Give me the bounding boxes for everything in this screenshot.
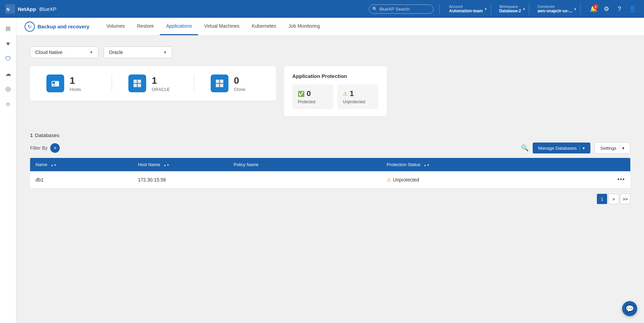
manage-databases-button[interactable]: Manage Databases ▾ <box>533 143 590 153</box>
manage-btn-divider <box>579 145 580 151</box>
svg-rect-9 <box>220 80 223 83</box>
col-hostname[interactable]: Host Name ▲▼ <box>132 158 228 171</box>
unprotected-warn-icon: ⚠ <box>343 91 348 97</box>
search-wrapper: 🔍 <box>369 4 434 14</box>
tab-kubernetes[interactable]: Kubernetes <box>246 18 282 35</box>
help-button[interactable]: ? <box>613 3 626 15</box>
col-name[interactable]: Name ▲▼ <box>30 158 132 171</box>
protection-items: ✅ 0 Protected ⚠ 1 Unprotected <box>292 84 378 109</box>
left-sidebar: ⊞ ♥ 🛡 ☁ ◎ ⌾ <box>0 18 16 323</box>
cloud-native-arrow-icon: ▼ <box>89 50 93 54</box>
hosts-label: Hosts <box>70 87 81 92</box>
sidebar-item-cloud[interactable]: ☁ <box>1 67 15 81</box>
unprotected-item: ⚠ 1 Unprotected <box>337 84 378 109</box>
unprotected-count: 1 <box>350 89 354 98</box>
col-policy: Policy Name <box>228 158 381 171</box>
oracle-stat: 1 ORACLE <box>112 75 194 92</box>
sidebar-item-protection[interactable]: 🛡 <box>1 52 15 66</box>
table-row: db1 172.30.15.58 ⚠ Unprotected ••• <box>30 171 630 188</box>
sidebar-item-share[interactable]: ⌾ <box>1 97 15 111</box>
svg-rect-3 <box>52 82 55 84</box>
top-navigation: N NetApp BlueXP 🔍 Account Automation-tea… <box>0 0 644 18</box>
connector-selector[interactable]: Connector aws-snapctr-us-... ▾ <box>533 3 580 15</box>
clone-count: 0 <box>234 75 246 86</box>
page-1-button[interactable]: 1 <box>597 194 607 204</box>
tab-applications[interactable]: Applications <box>160 18 198 35</box>
row-more-actions-button[interactable]: ••• <box>617 176 625 183</box>
table-search-button[interactable]: 🔍 <box>521 144 529 152</box>
oracle-dropdown[interactable]: Oracle ▼ <box>104 46 172 58</box>
row-protection-status: ⚠ Unprotected <box>381 171 612 188</box>
cloud-native-label: Cloud Native <box>35 50 62 55</box>
filter-dropdowns: Cloud Native ▼ Oracle ▼ <box>30 46 630 58</box>
workspace-value: Database-2 <box>499 9 521 13</box>
protected-check-icon: ✅ <box>298 91 305 97</box>
svg-rect-6 <box>134 84 137 87</box>
manage-dropdown-icon: ▾ <box>583 146 585 151</box>
svg-rect-7 <box>138 84 141 87</box>
connector-chevron-icon: ▾ <box>574 7 576 11</box>
row-warn-icon: ⚠ <box>387 177 391 183</box>
sub-navigation: ↻ Backup and recovery Volumes Restore Ap… <box>16 18 644 36</box>
sidebar-item-home[interactable]: ⊞ <box>1 22 15 36</box>
settings-dropdown-icon: ▾ <box>622 146 625 151</box>
workspace-selector[interactable]: Workspace Database-2 ▾ <box>495 3 529 15</box>
chat-button[interactable]: 💬 <box>622 301 637 316</box>
tab-virtual-machines[interactable]: Virtual Machines <box>198 18 246 35</box>
filter-by-label: Filter By <box>30 145 47 151</box>
status-sort-icons: ▲▼ <box>424 163 430 167</box>
user-button[interactable]: 👤 <box>626 3 639 15</box>
settings-btn-divider <box>619 145 619 151</box>
tab-volumes[interactable]: Volumes <box>100 18 131 35</box>
main-content: Cloud Native ▼ Oracle ▼ 1 <box>16 36 644 323</box>
row-name: db1 <box>30 171 132 188</box>
oracle-label: ORACLE <box>152 87 170 92</box>
protected-item: ✅ 0 Protected <box>292 84 333 109</box>
row-actions-cell: ••• <box>612 171 630 188</box>
notifications-button[interactable]: 🔔 2 <box>587 3 600 15</box>
cloud-native-dropdown[interactable]: Cloud Native ▼ <box>30 46 98 58</box>
svg-text:N: N <box>6 7 10 12</box>
filter-actions-row: Filter By + 🔍 Manage Databases ▾ Setting… <box>30 142 630 154</box>
subnav-tabs: Volumes Restore Applications Virtual Mac… <box>100 18 326 35</box>
unprotected-label: Unprotected <box>343 99 373 104</box>
tab-job-monitoring[interactable]: Job Monitoring <box>282 18 326 35</box>
filter-left: Filter By + <box>30 143 60 153</box>
account-selector[interactable]: Account Automation-team ▾ <box>445 3 491 15</box>
page-next-button[interactable]: > <box>608 194 619 204</box>
connector-label: Connector <box>537 4 572 9</box>
svg-rect-4 <box>134 80 137 83</box>
backup-recovery-label: Backup and recovery <box>38 24 89 29</box>
top-section: 1 Hosts 1 ORACLE <box>30 66 630 124</box>
settings-label: Settings <box>600 146 616 151</box>
filter-add-button[interactable]: + <box>50 143 60 153</box>
table-header-row: Name ▲▼ Host Name ▲▼ Policy Name Protect… <box>30 158 630 171</box>
name-sort-icons: ▲▼ <box>51 163 57 167</box>
svg-rect-8 <box>216 80 219 83</box>
tab-restore[interactable]: Restore <box>131 18 160 35</box>
account-chevron-icon: ▾ <box>485 7 487 11</box>
oracle-label: Oracle <box>109 50 123 55</box>
clone-stat: 0 Clone <box>194 75 276 92</box>
col-protection-status[interactable]: Protection Status ▲▼ <box>381 158 612 171</box>
settings-button[interactable]: ⚙ <box>600 3 613 15</box>
protected-count: 0 <box>307 89 311 98</box>
clone-icon <box>211 75 228 92</box>
page-last-button[interactable]: >> <box>620 194 630 204</box>
databases-table: Name ▲▼ Host Name ▲▼ Policy Name Protect… <box>30 158 630 188</box>
nav-action-icons: 🔔 2 ⚙ ? 👤 <box>587 3 639 15</box>
netapp-logo-icon: N <box>5 4 15 14</box>
clone-label: Clone <box>234 87 246 92</box>
manage-databases-label: Manage Databases <box>538 146 577 151</box>
workspace-chevron-icon: ▾ <box>523 7 525 11</box>
sidebar-item-discover[interactable]: ◎ <box>1 82 15 96</box>
search-input[interactable] <box>369 4 434 14</box>
settings-dropdown-button[interactable]: Settings ▾ <box>594 142 630 154</box>
table-section: Name ▲▼ Host Name ▲▼ Policy Name Protect… <box>30 158 630 204</box>
protected-label: Protected <box>298 99 328 104</box>
stats-card: 1 Hosts 1 ORACLE <box>30 66 276 100</box>
protection-card: Application Protection ✅ 0 Protected ⚠ 1… <box>284 66 387 116</box>
hosts-icon <box>46 75 64 92</box>
account-value: Automation-team <box>449 9 483 13</box>
sidebar-item-health[interactable]: ♥ <box>1 37 15 51</box>
